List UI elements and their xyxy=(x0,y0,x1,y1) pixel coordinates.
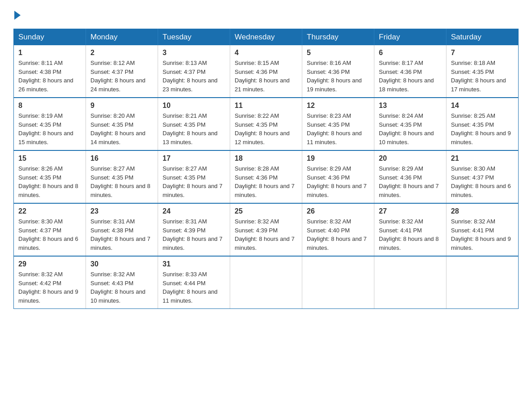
day-number: 16 xyxy=(90,154,153,163)
day-info: Sunrise: 8:29 AMSunset: 4:36 PMDaylight:… xyxy=(379,164,442,199)
day-info: Sunrise: 8:31 AMSunset: 4:38 PMDaylight:… xyxy=(90,217,153,252)
calendar-cell xyxy=(446,256,519,309)
calendar-cell: 14 Sunrise: 8:25 AMSunset: 4:35 PMDaylig… xyxy=(446,98,519,150)
calendar-cell: 17 Sunrise: 8:27 AMSunset: 4:35 PMDaylig… xyxy=(158,150,230,203)
calendar-cell: 30 Sunrise: 8:32 AMSunset: 4:43 PMDaylig… xyxy=(86,256,158,309)
calendar-week-row: 22 Sunrise: 8:30 AMSunset: 4:37 PMDaylig… xyxy=(14,203,519,256)
calendar-cell: 21 Sunrise: 8:30 AMSunset: 4:37 PMDaylig… xyxy=(446,150,519,203)
day-number: 19 xyxy=(307,154,369,163)
day-info: Sunrise: 8:28 AMSunset: 4:36 PMDaylight:… xyxy=(235,164,297,199)
weekday-header-sunday: Sunday xyxy=(14,29,86,46)
day-info: Sunrise: 8:25 AMSunset: 4:35 PMDaylight:… xyxy=(451,111,514,146)
day-number: 18 xyxy=(235,154,297,163)
day-number: 27 xyxy=(379,207,442,215)
calendar-cell xyxy=(302,256,374,309)
day-info: Sunrise: 8:32 AMSunset: 4:39 PMDaylight:… xyxy=(235,217,297,252)
day-info: Sunrise: 8:24 AMSunset: 4:35 PMDaylight:… xyxy=(379,111,442,146)
page-header xyxy=(13,9,519,20)
day-info: Sunrise: 8:17 AMSunset: 4:36 PMDaylight:… xyxy=(379,59,442,94)
calendar-cell: 13 Sunrise: 8:24 AMSunset: 4:35 PMDaylig… xyxy=(374,98,446,150)
day-number: 7 xyxy=(451,49,514,57)
day-info: Sunrise: 8:22 AMSunset: 4:35 PMDaylight:… xyxy=(235,111,297,146)
calendar-cell: 20 Sunrise: 8:29 AMSunset: 4:36 PMDaylig… xyxy=(374,150,446,203)
calendar-table: SundayMondayTuesdayWednesdayThursdayFrid… xyxy=(13,29,519,309)
day-number: 17 xyxy=(163,154,225,163)
day-info: Sunrise: 8:29 AMSunset: 4:36 PMDaylight:… xyxy=(307,164,369,199)
day-number: 25 xyxy=(235,207,297,215)
calendar-cell: 1 Sunrise: 8:11 AMSunset: 4:38 PMDayligh… xyxy=(14,45,86,98)
calendar-cell: 26 Sunrise: 8:32 AMSunset: 4:40 PMDaylig… xyxy=(302,203,374,256)
calendar-cell: 9 Sunrise: 8:20 AMSunset: 4:35 PMDayligh… xyxy=(86,98,158,150)
day-info: Sunrise: 8:33 AMSunset: 4:44 PMDaylight:… xyxy=(163,270,225,305)
calendar-cell: 19 Sunrise: 8:29 AMSunset: 4:36 PMDaylig… xyxy=(302,150,374,203)
day-info: Sunrise: 8:20 AMSunset: 4:35 PMDaylight:… xyxy=(90,111,153,146)
calendar-cell xyxy=(230,256,302,309)
calendar-cell: 22 Sunrise: 8:30 AMSunset: 4:37 PMDaylig… xyxy=(14,203,86,256)
day-number: 15 xyxy=(18,154,81,163)
weekday-header-saturday: Saturday xyxy=(446,29,519,46)
day-info: Sunrise: 8:23 AMSunset: 4:35 PMDaylight:… xyxy=(307,111,369,146)
day-number: 22 xyxy=(18,207,81,215)
day-number: 26 xyxy=(307,207,369,215)
day-info: Sunrise: 8:21 AMSunset: 4:35 PMDaylight:… xyxy=(163,111,225,146)
calendar-cell: 28 Sunrise: 8:32 AMSunset: 4:41 PMDaylig… xyxy=(446,203,519,256)
day-number: 1 xyxy=(18,49,81,57)
calendar-week-row: 15 Sunrise: 8:26 AMSunset: 4:35 PMDaylig… xyxy=(14,150,519,203)
day-number: 29 xyxy=(18,260,81,268)
day-number: 21 xyxy=(451,154,514,163)
weekday-header-row: SundayMondayTuesdayWednesdayThursdayFrid… xyxy=(14,29,519,46)
calendar-cell: 16 Sunrise: 8:27 AMSunset: 4:35 PMDaylig… xyxy=(86,150,158,203)
day-number: 31 xyxy=(163,260,225,268)
logo-arrow-icon xyxy=(14,11,21,20)
weekday-header-tuesday: Tuesday xyxy=(158,29,230,46)
day-info: Sunrise: 8:19 AMSunset: 4:35 PMDaylight:… xyxy=(18,111,81,146)
day-number: 2 xyxy=(90,49,153,57)
calendar-cell: 2 Sunrise: 8:12 AMSunset: 4:37 PMDayligh… xyxy=(86,45,158,98)
calendar-cell xyxy=(374,256,446,309)
day-number: 3 xyxy=(163,49,225,57)
day-info: Sunrise: 8:30 AMSunset: 4:37 PMDaylight:… xyxy=(18,217,81,252)
weekday-header-friday: Friday xyxy=(374,29,446,46)
calendar-cell: 4 Sunrise: 8:15 AMSunset: 4:36 PMDayligh… xyxy=(230,45,302,98)
day-info: Sunrise: 8:12 AMSunset: 4:37 PMDaylight:… xyxy=(90,59,153,94)
day-number: 9 xyxy=(90,102,153,110)
day-number: 24 xyxy=(163,207,225,215)
day-number: 12 xyxy=(307,102,369,110)
calendar-cell: 23 Sunrise: 8:31 AMSunset: 4:38 PMDaylig… xyxy=(86,203,158,256)
calendar-cell: 10 Sunrise: 8:21 AMSunset: 4:35 PMDaylig… xyxy=(158,98,230,150)
weekday-header-wednesday: Wednesday xyxy=(230,29,302,46)
weekday-header-monday: Monday xyxy=(86,29,158,46)
day-info: Sunrise: 8:32 AMSunset: 4:41 PMDaylight:… xyxy=(379,217,442,252)
calendar-cell: 6 Sunrise: 8:17 AMSunset: 4:36 PMDayligh… xyxy=(374,45,446,98)
calendar-cell: 11 Sunrise: 8:22 AMSunset: 4:35 PMDaylig… xyxy=(230,98,302,150)
day-info: Sunrise: 8:16 AMSunset: 4:36 PMDaylight:… xyxy=(307,59,369,94)
day-info: Sunrise: 8:27 AMSunset: 4:35 PMDaylight:… xyxy=(163,164,225,199)
calendar-cell: 12 Sunrise: 8:23 AMSunset: 4:35 PMDaylig… xyxy=(302,98,374,150)
day-info: Sunrise: 8:26 AMSunset: 4:35 PMDaylight:… xyxy=(18,164,81,199)
day-info: Sunrise: 8:11 AMSunset: 4:38 PMDaylight:… xyxy=(18,59,81,94)
day-number: 5 xyxy=(307,49,369,57)
calendar-cell: 7 Sunrise: 8:18 AMSunset: 4:35 PMDayligh… xyxy=(446,45,519,98)
day-number: 8 xyxy=(18,102,81,110)
calendar-cell: 3 Sunrise: 8:13 AMSunset: 4:37 PMDayligh… xyxy=(158,45,230,98)
calendar-cell: 15 Sunrise: 8:26 AMSunset: 4:35 PMDaylig… xyxy=(14,150,86,203)
day-info: Sunrise: 8:27 AMSunset: 4:35 PMDaylight:… xyxy=(90,164,153,199)
weekday-header-thursday: Thursday xyxy=(302,29,374,46)
day-number: 11 xyxy=(235,102,297,110)
day-info: Sunrise: 8:13 AMSunset: 4:37 PMDaylight:… xyxy=(163,59,225,94)
calendar-cell: 27 Sunrise: 8:32 AMSunset: 4:41 PMDaylig… xyxy=(374,203,446,256)
day-number: 28 xyxy=(451,207,514,215)
calendar-week-row: 29 Sunrise: 8:32 AMSunset: 4:42 PMDaylig… xyxy=(14,256,519,309)
day-number: 4 xyxy=(235,49,297,57)
day-info: Sunrise: 8:32 AMSunset: 4:40 PMDaylight:… xyxy=(307,217,369,252)
day-number: 13 xyxy=(379,102,442,110)
calendar-cell: 18 Sunrise: 8:28 AMSunset: 4:36 PMDaylig… xyxy=(230,150,302,203)
day-info: Sunrise: 8:32 AMSunset: 4:43 PMDaylight:… xyxy=(90,270,153,305)
day-info: Sunrise: 8:30 AMSunset: 4:37 PMDaylight:… xyxy=(451,164,514,199)
calendar-week-row: 1 Sunrise: 8:11 AMSunset: 4:38 PMDayligh… xyxy=(14,45,519,98)
day-number: 23 xyxy=(90,207,153,215)
calendar-cell: 25 Sunrise: 8:32 AMSunset: 4:39 PMDaylig… xyxy=(230,203,302,256)
logo xyxy=(13,9,21,20)
day-number: 20 xyxy=(379,154,442,163)
day-info: Sunrise: 8:18 AMSunset: 4:35 PMDaylight:… xyxy=(451,59,514,94)
